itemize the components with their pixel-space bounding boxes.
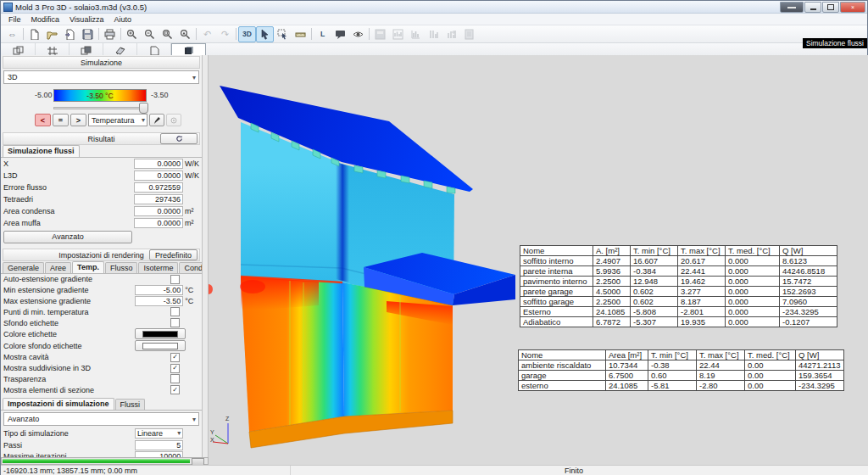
menu-file[interactable]: File (4, 14, 25, 25)
menu-modifica[interactable]: Modifica (27, 14, 64, 25)
max-iterations-input[interactable]: 10000 (135, 451, 183, 457)
temperature-gradient-bar[interactable]: -3.50 °C (53, 89, 147, 102)
setting-label: Mostra elementi di sezione (3, 386, 135, 394)
mode-3d-button[interactable]: 3D (238, 26, 256, 42)
default-button[interactable]: Predefinito (149, 249, 198, 260)
passi-input[interactable]: 5 (135, 440, 183, 450)
equal-button[interactable]: = (53, 114, 69, 126)
undo-button: ↶ (198, 26, 216, 42)
label-bg-color-button[interactable] (135, 340, 186, 351)
tab-temp[interactable]: Temp. (72, 261, 104, 273)
tab-cond-muffa[interactable]: Cond./Muffa (179, 262, 202, 273)
select-button[interactable] (256, 26, 274, 42)
setting-label: Min estensione gradiente (3, 286, 135, 294)
zoom-out-button[interactable] (141, 26, 159, 42)
field-value[interactable]: 0.0000 (134, 159, 183, 169)
slider-track[interactable] (53, 107, 147, 109)
cell: 19.935 (678, 317, 726, 327)
setting-label: Trasparenza (3, 375, 135, 383)
setting-min-estensione: Min estensione gradiente -5.00°C (1, 285, 202, 296)
col-tmed: T. med. [°C] (726, 246, 780, 256)
view-mode-select[interactable]: 3D ▾ (3, 70, 199, 84)
window-extra-button[interactable] (780, 2, 804, 13)
fit-window-button[interactable]: ⇔ (3, 26, 21, 42)
tab-simulazione-flussi[interactable]: Simulazione flussi (3, 145, 80, 157)
field-value[interactable]: 0.0000 (134, 170, 183, 181)
zoom-window-icon (162, 29, 173, 40)
restore-button[interactable] (822, 2, 839, 13)
chevron-down-icon: ▾ (177, 429, 181, 438)
table-row: parete interna5.9936-0.38422.4410.000442… (520, 266, 837, 277)
less-than-button[interactable]: < (35, 114, 51, 126)
checkbox-checked[interactable]: ✓ (170, 385, 180, 394)
minimize-button[interactable] (804, 2, 821, 13)
save-file-button[interactable] (79, 26, 97, 42)
setting-tipo-simulazione: Tipo di simulazione Lineare▾ (1, 428, 202, 439)
max-gradient-input[interactable]: -3.50 (135, 296, 183, 306)
field-label: Tetraedri (3, 195, 134, 204)
tab-flusso[interactable]: Flusso (105, 262, 138, 273)
tab-flussi[interactable]: Flussi (115, 399, 146, 410)
table-row: soffitto garage2.25000.6028.1870.0007.09… (520, 297, 837, 307)
new-file-icon (29, 29, 40, 40)
checkbox-checked[interactable]: ✓ (170, 353, 180, 362)
cell: esterno (519, 381, 606, 391)
field-value[interactable]: 297436 (134, 194, 183, 204)
import-file-button[interactable] (61, 26, 79, 42)
checkbox-checked[interactable]: ✓ (170, 364, 180, 373)
table-row: parete garage4.50000.6023.2770.000152.26… (520, 287, 837, 297)
setting-label: Mostra suddivisione in 3D (3, 364, 135, 372)
annotation-button[interactable] (331, 26, 349, 42)
field-value[interactable]: 0.0000 (134, 206, 183, 216)
cell: ambiente riscaldato (519, 360, 606, 371)
chart-button (407, 26, 425, 42)
slider-handle[interactable] (139, 103, 148, 114)
simulation-type-select[interactable]: Lineare▾ (135, 428, 183, 439)
field-value[interactable]: 0.972559 (134, 182, 183, 193)
advanced-results-button[interactable]: Avanzato (3, 231, 132, 243)
visibility-button[interactable] (349, 26, 367, 42)
setting-mostra-cavita: Mostra cavità ✓ (1, 352, 202, 363)
zoom-in-button[interactable] (123, 26, 141, 42)
label-color-button[interactable] (135, 328, 186, 339)
resize-grip[interactable] (857, 466, 868, 475)
menu-visualizza[interactable]: Visualizza (65, 14, 108, 25)
cell: 8.19 (697, 371, 745, 381)
quantity-select[interactable]: Temperatura ▾ (88, 114, 147, 126)
simulation-tabs: Impostazioni di simulazione Flussi (1, 398, 202, 411)
panel-splitter[interactable] (202, 55, 209, 457)
open-file-button[interactable] (43, 26, 61, 42)
zoom-extents-button[interactable] (176, 26, 194, 42)
min-gradient-input[interactable]: -5.00 (135, 285, 183, 295)
cell: -234.3295 (780, 307, 837, 317)
tab-impostazioni-simulazione[interactable]: Impostazioni di simulazione (3, 398, 114, 410)
close-button[interactable]: × (840, 2, 865, 13)
overlap-squares-filled-icon (81, 46, 92, 56)
checkbox[interactable] (170, 318, 180, 327)
tab-isoterme[interactable]: Isoterme (138, 262, 178, 273)
zoom-window-button[interactable] (159, 26, 176, 42)
cell: 22.441 (678, 266, 726, 277)
cell: 12.948 (631, 277, 678, 287)
menu-aiuto[interactable]: Aiuto (109, 14, 136, 25)
preset-select[interactable]: Avanzato ▾ (3, 412, 199, 426)
measure-button[interactable] (292, 26, 309, 42)
save-file-icon (82, 29, 93, 40)
checkbox[interactable] (170, 275, 180, 284)
cursor-icon (259, 29, 270, 40)
eyedropper-button[interactable] (149, 114, 164, 126)
print-button[interactable] (101, 26, 119, 42)
window-title: Mold 3 Pro 3D - solaio3.m3d (v3.0.5) (15, 3, 147, 12)
coordinates-readout: -16920.13 mm; 13857.15 mm; 0.00 mm (1, 466, 291, 475)
menu-bar: File Modifica Visualizza Aiuto (1, 14, 867, 25)
select-area-button[interactable] (274, 26, 292, 42)
tab-generale[interactable]: Generale (3, 262, 44, 273)
new-file-button[interactable] (25, 26, 43, 42)
tab-aree[interactable]: Aree (45, 262, 71, 273)
axes-button[interactable]: L (314, 26, 331, 42)
checkbox[interactable] (170, 307, 180, 316)
greater-than-button[interactable]: > (70, 114, 86, 126)
refresh-button[interactable] (160, 133, 198, 144)
checkbox[interactable] (170, 374, 180, 383)
field-value[interactable]: 0.0000 (134, 218, 183, 228)
